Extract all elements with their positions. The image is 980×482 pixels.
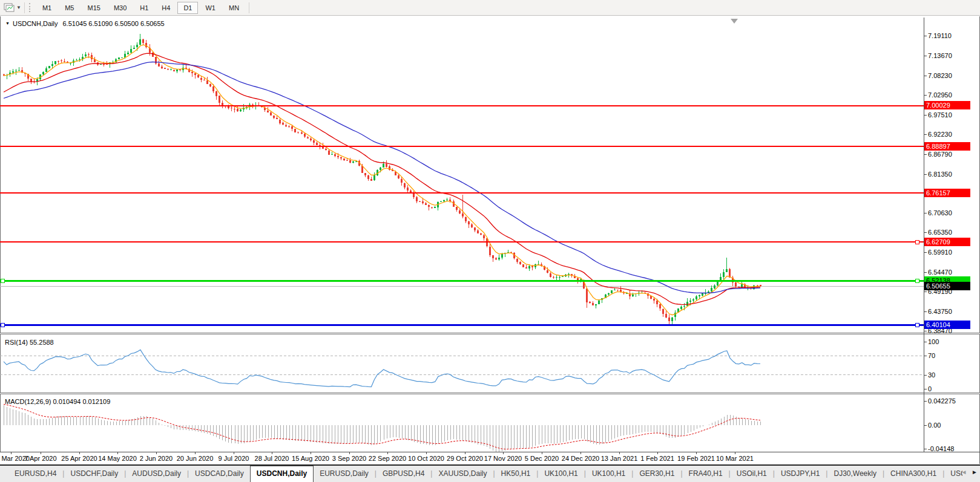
chart-tab-usoil-h1[interactable]: USOil,H1 [731, 466, 773, 482]
time-axis-tick: 22 Sep 2020 [369, 455, 406, 462]
price-axis-tick: 7.08230 [928, 72, 952, 80]
timeframe-button-m1[interactable]: M1 [36, 2, 58, 14]
chart-tab-usdcnh-daily[interactable]: USDCNH,Daily [250, 466, 314, 482]
price-axis-tick: 6.65350 [928, 229, 952, 236]
price-axis-tick: 100 [928, 338, 939, 346]
moving-average-20 [4, 53, 760, 304]
toolbar-separator [24, 2, 25, 13]
price-axis-tick: -0.04148 [928, 445, 954, 453]
macd-panel [0, 394, 924, 452]
rsi-line [4, 350, 760, 386]
chart-tab-usdjpy-h1[interactable]: USDJPY,H1 [775, 466, 826, 482]
chart-tab-xauusd-daily[interactable]: XAUUSD,Daily [432, 466, 493, 482]
chart-tab-gbpusd-h4[interactable]: GBPUSD,H4 [377, 466, 430, 482]
level-price-label: 6.88897 [924, 142, 970, 151]
price-axis-tick: 6.59910 [928, 249, 952, 256]
price-axis-tick-mark [924, 401, 927, 402]
macd-histogram [4, 405, 761, 452]
macd-values: 0.010494 0.012109 [53, 398, 110, 405]
chart-tab-china300-h1[interactable]: CHINA300,H1 [884, 466, 942, 482]
hline-7.00029[interactable] [0, 105, 924, 106]
price-chart [0, 18, 924, 333]
tabs-scroll-right-button[interactable]: ► [972, 469, 978, 475]
level-price-label: 6.62709 [924, 238, 970, 246]
macd-signal-line [4, 405, 760, 449]
time-axis-tick: 17 Nov 2020 [484, 455, 522, 462]
time-axis-tick-mark [349, 452, 350, 454]
chart-tab-fra40-h1[interactable]: FRA40,H1 [683, 466, 729, 482]
price-axis-tick-mark [924, 272, 927, 273]
timeframe-button-h4[interactable]: H4 [156, 2, 176, 14]
price-axis-tick: 6.54470 [928, 269, 952, 276]
moving-average-45 [4, 62, 760, 293]
chart-tab-audusd-daily[interactable]: AUDUSD,Daily [126, 466, 187, 482]
chart-tab-uk100-h1[interactable]: UK100,H1 [586, 466, 631, 482]
toolbar-grip[interactable] [29, 3, 31, 12]
time-axis-tick-mark [311, 452, 311, 454]
price-axis-tick-mark [924, 36, 927, 36]
hline-handle[interactable] [1, 279, 4, 282]
time-axis-tick-mark [619, 452, 620, 454]
timeframe-button-m30[interactable]: M30 [108, 2, 133, 14]
hline-handle[interactable] [915, 323, 919, 327]
time-axis-tick: 9 Jul 2020 [219, 455, 249, 462]
price-axis-tick-mark [924, 389, 927, 389]
price-axis-tick: 7.19110 [928, 32, 952, 40]
price-axis-tick-mark [924, 232, 927, 233]
chart-title: ▼USDCNH,Daily6.51045 6.51090 6.50500 6.5… [5, 20, 165, 27]
chart-tab-usdcad-daily[interactable]: USDCAD,Daily [189, 466, 250, 482]
time-axis-tick-mark [735, 452, 735, 454]
chart-tab-eurusd-h4[interactable]: EURUSD,H4 [8, 466, 62, 482]
time-axis-tick: 15 Aug 2020 [292, 455, 329, 462]
hline-6.62709[interactable] [0, 241, 924, 243]
price-axis-tick-mark [924, 213, 927, 213]
toolbar-separator [249, 2, 249, 13]
price-axis-tick: 0 [928, 385, 932, 393]
price-axis-tick-mark [924, 154, 927, 155]
hline-6.52138[interactable] [0, 280, 924, 282]
moving-average-5 [4, 45, 760, 315]
price-axis-tick: 6.43750 [928, 308, 952, 316]
current-price-line [0, 286, 924, 287]
time-axis-tick-mark [542, 452, 542, 454]
chart-tab-hk50-h1[interactable]: HK50,H1 [495, 466, 537, 482]
hline-6.40104[interactable] [0, 324, 924, 326]
time-axis-tick: 28 Jul 2020 [255, 455, 289, 462]
time-axis-tick-mark [156, 452, 157, 454]
price-axis-tick-mark [924, 56, 927, 56]
price-axis-tick: 30 [928, 371, 935, 379]
chart-tab-ger30-h1[interactable]: GER30,H1 [633, 466, 680, 482]
price-axis-tick-mark [924, 449, 927, 449]
hline-handle[interactable] [1, 323, 4, 327]
hline-6.88897[interactable] [0, 146, 924, 147]
chart-tab-eurusd-daily[interactable]: EURUSD,Daily [314, 466, 375, 482]
time-axis-tick: 19 Feb 2021 [677, 455, 715, 462]
timeframe-button-m5[interactable]: M5 [59, 2, 80, 14]
chevron-down-icon: ▼ [16, 5, 21, 10]
chart-shift-marker[interactable] [731, 19, 738, 24]
chart-tab-usdchf-daily[interactable]: USDCHF,Daily [64, 466, 124, 482]
timeframe-button-h1[interactable]: H1 [134, 2, 154, 14]
hline-handle[interactable] [915, 279, 919, 282]
time-axis-tick-mark [387, 452, 388, 454]
chart-tab-uk100-h1[interactable]: UK100,H1 [538, 466, 584, 482]
timeframe-button-d1[interactable]: D1 [177, 2, 198, 14]
timeframe-button-m15[interactable]: M15 [81, 2, 106, 14]
rsi-label: RSI(14) 55.2588 [5, 339, 54, 346]
price-axis-tick-mark [924, 76, 927, 76]
time-axis-tick: 7 Apr 2020 [24, 455, 56, 462]
chart-tab-dj30-weekly[interactable]: DJ30,Weekly [827, 466, 882, 482]
window-menu-icon[interactable]: ▼ [5, 21, 10, 25]
time-axis-tick-mark [117, 452, 118, 454]
hline-handle[interactable] [915, 240, 919, 244]
price-axis-tick: 6.92230 [928, 131, 952, 138]
price-axis-tick-mark [924, 115, 927, 116]
chart-window-icon[interactable]: ▼ [4, 3, 21, 12]
timeframe-button-w1[interactable]: W1 [199, 2, 222, 14]
level-price-label: 6.76157 [924, 189, 970, 197]
current-price-label: 6.50655 [924, 282, 970, 290]
timeframe-button-mn[interactable]: MN [223, 2, 245, 14]
tabs-scroll-left-button[interactable]: ◄ [961, 469, 967, 475]
hline-6.76157[interactable] [0, 192, 924, 194]
time-axis-tick-mark [272, 452, 272, 454]
